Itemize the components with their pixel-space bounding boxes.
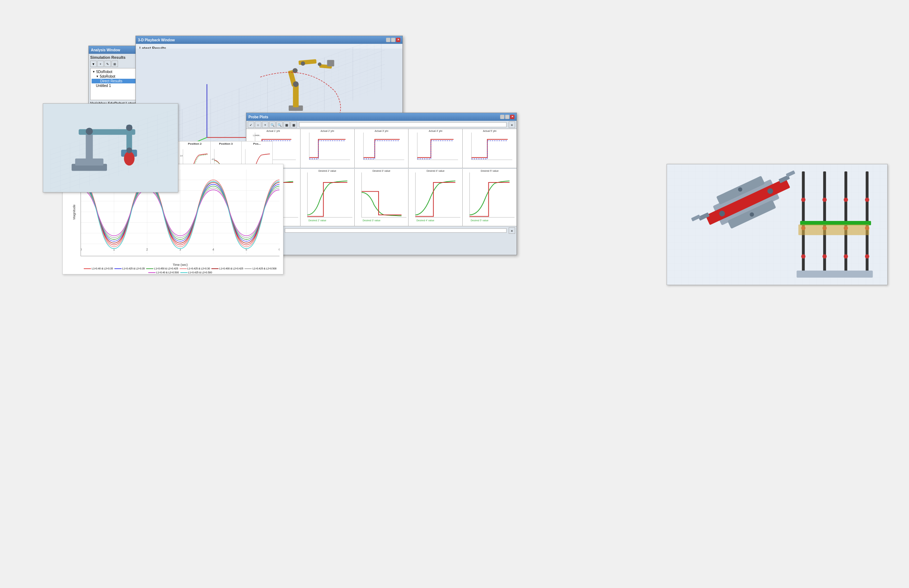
probe-tb-4[interactable]: 🔍 xyxy=(269,121,275,128)
legend-item-6: L1=0.425 & L2=0.500 xyxy=(244,267,276,270)
desired-3-svg: Desired 3' value Actual 3' phi xyxy=(356,173,408,222)
actual-phi-5-plot: Actual 5' phi xyxy=(463,129,516,168)
desired-3-title: Desired 3' value xyxy=(356,170,408,172)
desired-value-plots-row: Desired 1' value Desired 1' value Actual… xyxy=(246,169,516,226)
actual-phi-4-title: Actual 4' phi xyxy=(409,130,462,132)
analysis-title: Analysis Window xyxy=(91,48,120,52)
actual-phi-5-title: Actual 5' phi xyxy=(463,130,516,132)
playback-close-button[interactable]: ✕ xyxy=(396,38,400,42)
svg-rect-47 xyxy=(411,173,461,222)
svg-point-15 xyxy=(318,62,322,66)
legend-line-8 xyxy=(180,272,188,273)
svg-rect-107 xyxy=(86,132,93,160)
playback-minimize-button[interactable]: _ xyxy=(386,38,390,42)
svg-rect-147 xyxy=(799,225,869,235)
svg-text:1.6: 1.6 xyxy=(180,155,183,157)
legend-label-5: L1=0.400 & L2=0.425 xyxy=(219,267,243,270)
svg-point-137 xyxy=(822,197,827,202)
actual-phi-plots-row: Actual 1' phi 1.24484... Actual 2' phi xyxy=(246,129,516,168)
probe-tb-2[interactable]: ○ xyxy=(255,121,261,128)
probe-win-controls: _ □ ✕ xyxy=(500,115,514,119)
probe-tb2-6[interactable]: ≡ xyxy=(509,227,515,234)
probe-titlebar: Probe Plots _ □ ✕ xyxy=(246,113,516,121)
legend-line-7 xyxy=(148,272,155,273)
desired-3-plot: Desired 3' value Desired 3' value Actual… xyxy=(355,169,409,226)
actual-phi-2-title: Actual 2' phi xyxy=(301,130,354,132)
svg-rect-146 xyxy=(797,270,873,278)
actual-phi-2-plot: Actual 2' phi xyxy=(301,129,355,168)
svg-text:-0.5: -0.5 xyxy=(211,158,215,160)
legend-item-8: L1=0.425 & L2=0.500 xyxy=(180,271,212,274)
probe-tb-5[interactable]: 🔍 xyxy=(276,121,283,128)
tree-label-0: 5DoRobot xyxy=(96,70,112,74)
legend-line-6 xyxy=(244,268,252,269)
svg-point-112 xyxy=(86,128,93,135)
actual-phi-4-svg xyxy=(409,132,462,164)
probe-slider-2[interactable] xyxy=(285,228,506,233)
svg-point-114 xyxy=(126,147,132,153)
legend-label-7: L1=0.40 & L2=0.500 xyxy=(156,271,179,274)
desired-5-title: Desired 5' value xyxy=(463,170,516,172)
tb-btn-4[interactable]: ⊞ xyxy=(112,61,118,67)
probe-close-button[interactable]: ✕ xyxy=(510,115,514,119)
svg-text:Desired 4' value: Desired 4' value xyxy=(417,219,435,222)
actual-phi-2-svg xyxy=(301,132,354,164)
svg-rect-26 xyxy=(413,132,458,164)
probe-tb-7[interactable]: ▦ xyxy=(291,121,297,128)
svg-text:0: 0 xyxy=(81,248,82,251)
probe-toolbar: ✓ ○ + 🔍 🔍 ▦ ▦ ≡ xyxy=(246,121,516,129)
desired-4-svg: Desired 4' value Actual 4' phi xyxy=(409,173,462,222)
svg-point-140 xyxy=(844,197,848,202)
probe-tb-8[interactable]: ≡ xyxy=(509,121,515,128)
legend-label-4: L1=0.425 & L2=0.30 xyxy=(188,267,210,270)
desired-5-svg: Desired 5' value Actual 5' phi xyxy=(463,173,516,222)
svg-point-145 xyxy=(865,254,869,259)
svg-point-134 xyxy=(801,197,805,202)
actual-phi-3-svg xyxy=(356,132,408,164)
desired-4-title: Desired 4' value xyxy=(409,170,462,172)
probe-maximize-button[interactable]: □ xyxy=(505,115,509,119)
svg-rect-20 xyxy=(305,132,350,164)
chart-legend: L1=0.40 & L2=0.35 L1=0.425 & L2=0.35 L1=… xyxy=(81,267,280,274)
svg-text:1.24484...: 1.24484... xyxy=(253,134,261,136)
svg-point-136 xyxy=(801,254,805,259)
tree-label-3: Untitled 1 xyxy=(96,84,111,88)
playback-maximize-button[interactable]: □ xyxy=(391,38,395,42)
svg-rect-37 xyxy=(302,173,352,222)
legend-item-1: L1=0.40 & L2=0.35 xyxy=(84,267,113,270)
tree-label-1: 5doRobot xyxy=(100,74,115,78)
position-4-title: Pos... xyxy=(243,142,272,145)
tb-btn-3[interactable]: ✎ xyxy=(104,61,111,67)
legend-label-3: L1=0.450 & L2=0.425 xyxy=(154,267,178,270)
legend-item-5: L1=0.400 & L2=0.425 xyxy=(211,267,243,270)
svg-point-111 xyxy=(124,152,135,166)
probe-window: Probe Plots _ □ ✕ ✓ ○ + 🔍 🔍 ▦ ▦ ≡ Actual… xyxy=(246,113,517,255)
actual-phi-4-plot: Actual 4' phi xyxy=(409,129,463,168)
svg-rect-11 xyxy=(327,60,334,66)
tb-btn-1[interactable]: ▼ xyxy=(90,61,97,67)
x-axis-label: Time (sec) xyxy=(173,263,188,267)
tb-btn-2[interactable]: + xyxy=(97,61,104,67)
legend-line-5 xyxy=(211,268,218,269)
playback-titlebar: 3-D Playback Window _ □ ✕ xyxy=(136,36,403,44)
playback-title: 3-D Playback Window xyxy=(138,38,175,42)
robot-arm-view xyxy=(43,103,178,192)
svg-text:4: 4 xyxy=(212,248,214,251)
probe-title: Probe Plots xyxy=(249,115,268,119)
probe-slider[interactable] xyxy=(299,122,506,127)
probe-tb-6[interactable]: ▦ xyxy=(283,121,290,128)
position-2-title: Position 2 xyxy=(180,142,209,145)
y-axis-label: Magnitude xyxy=(72,204,76,219)
desired-2-title: Desired 2' value xyxy=(301,170,354,172)
legend-line-1 xyxy=(84,268,91,269)
probe-tb-1[interactable]: ✓ xyxy=(248,121,254,128)
actual-phi-1-title: Actual 1' phi xyxy=(247,130,299,132)
tree-label-2: Direct Results xyxy=(100,79,122,83)
desired-2-svg: Desired 2' value Actual 2' phi xyxy=(301,173,354,222)
svg-point-142 xyxy=(844,254,848,259)
playback-win-controls: _ □ ✕ xyxy=(386,38,400,42)
probe-toolbar-2: + 🔍 🔍 ▦ ▦ ≡ xyxy=(246,226,516,234)
legend-line-2 xyxy=(115,268,121,269)
probe-tb-3[interactable]: + xyxy=(262,121,268,128)
probe-minimize-button[interactable]: _ xyxy=(500,115,505,119)
